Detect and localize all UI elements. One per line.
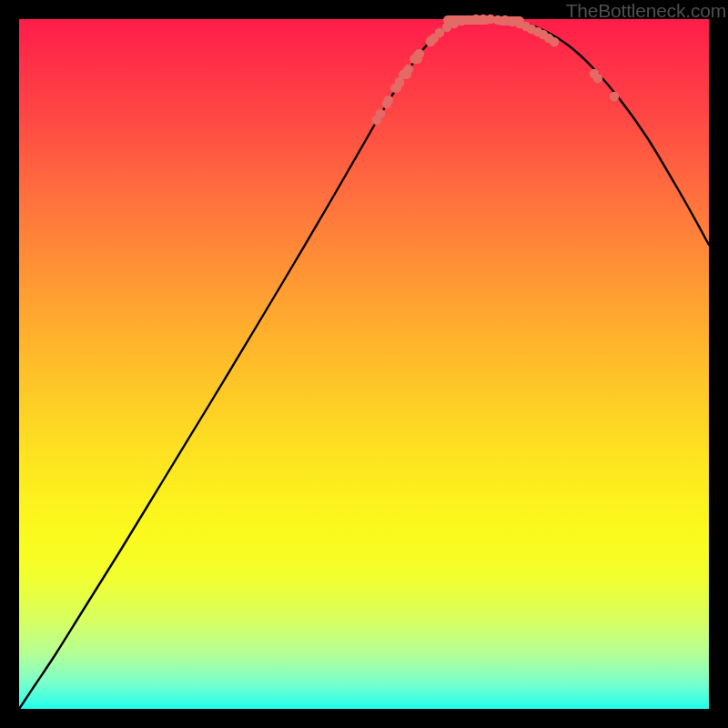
chart-frame: [19, 19, 709, 709]
bottleneck-curve: [19, 19, 709, 709]
marker-dots: [372, 15, 619, 125]
marker-dot: [376, 109, 385, 118]
marker-dot: [593, 74, 602, 83]
marker-dot: [395, 78, 404, 87]
marker-dot: [610, 92, 619, 101]
marker-dot: [415, 49, 424, 58]
marker-dot: [384, 96, 393, 105]
marker-dot: [404, 65, 413, 74]
marker-dot: [550, 37, 559, 46]
chart-svg: [19, 19, 709, 709]
watermark-text: TheBottleneck.com: [566, 0, 726, 22]
